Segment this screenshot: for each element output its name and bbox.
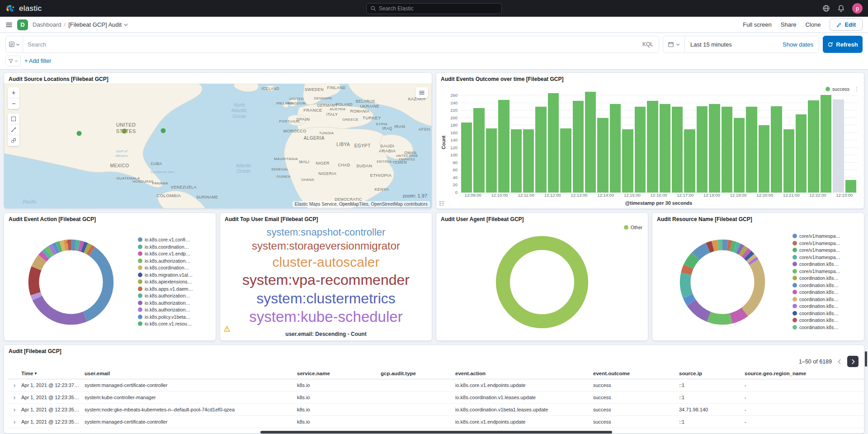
histogram-bar[interactable]	[722, 107, 732, 193]
user-agent-donut[interactable]	[492, 232, 592, 332]
histogram-bar[interactable]	[697, 106, 708, 193]
saved-query-menu-button[interactable]	[6, 36, 23, 52]
user-avatar[interactable]: p	[852, 3, 863, 14]
column-header[interactable]: service.name	[297, 371, 381, 376]
column-header[interactable]: event.outcome	[593, 371, 679, 376]
histogram-bar[interactable]	[783, 129, 794, 193]
search-input[interactable]	[23, 41, 637, 48]
table-row[interactable]: ›Apr 1, 2021 @ 12:23:35.486system:manage…	[8, 416, 864, 428]
histogram-bar[interactable]	[560, 128, 571, 193]
histogram-bar[interactable]	[734, 118, 745, 193]
expand-row-icon[interactable]: ›	[8, 418, 21, 425]
legend-item[interactable]: io.k8s.migration.v1al…	[138, 272, 211, 278]
global-search[interactable]	[366, 3, 502, 14]
map-zoom-out-button[interactable]: −	[8, 98, 19, 109]
legend-item[interactable]: coordination.k8s…	[793, 311, 859, 316]
map-draw-button[interactable]	[8, 124, 19, 135]
histogram-bar[interactable]	[535, 107, 546, 193]
legend-item[interactable]: io.k8s.coordination…	[138, 265, 211, 270]
edit-button[interactable]: Edit	[830, 19, 863, 31]
legend-item[interactable]: io.k8s.apiextensions…	[138, 279, 211, 284]
legend-item[interactable]: coordination.k8s…	[793, 289, 859, 295]
histogram-bar[interactable]	[585, 92, 596, 193]
histogram-bar[interactable]	[796, 114, 807, 193]
legend-item[interactable]: Other	[624, 225, 642, 230]
table-row[interactable]: ›Apr 1, 2021 @ 12:23:37.494system:manage…	[8, 379, 864, 392]
map-marker[interactable]	[76, 131, 81, 136]
add-filter-button[interactable]: + Add filter	[24, 58, 51, 64]
tagcloud-word[interactable]: system:kube-scheduler	[249, 309, 402, 326]
column-header[interactable]: user.email	[85, 371, 297, 376]
map-marker[interactable]	[160, 128, 165, 133]
legend-item[interactable]: core/v1/namespa…	[793, 233, 859, 239]
histogram-bar[interactable]	[461, 123, 472, 193]
map-legend-toggle[interactable]	[415, 87, 428, 98]
help-globe-icon[interactable]	[822, 5, 830, 12]
column-header[interactable]: source.geo.region_name	[745, 371, 864, 376]
tagcloud-word[interactable]: system:snapshot-controller	[267, 227, 386, 238]
histogram-bar[interactable]	[597, 118, 608, 193]
kql-selector[interactable]: KQL	[637, 41, 659, 47]
column-header[interactable]: Time▾	[21, 371, 85, 376]
expand-row-icon[interactable]: ›	[8, 382, 21, 389]
breadcrumb-dashboard-link[interactable]: Dashboard	[33, 21, 61, 28]
event-action-donut[interactable]	[24, 236, 118, 329]
histogram-bar-partial[interactable]	[833, 99, 844, 193]
histogram-bar[interactable]	[486, 128, 497, 193]
space-badge[interactable]: D	[17, 19, 28, 30]
histogram-bar[interactable]	[660, 104, 670, 193]
histogram-bar[interactable]	[709, 104, 720, 193]
horizontal-scrollbar[interactable]	[260, 431, 612, 434]
time-range-value[interactable]: Last 15 minutes	[685, 41, 777, 48]
map-marker[interactable]	[122, 129, 127, 134]
histogram-bar[interactable]	[808, 100, 819, 193]
legend-item[interactable]: core/v1/namespa…	[793, 269, 859, 274]
histogram-bar[interactable]	[647, 101, 658, 193]
legend-item[interactable]: io.k8s.authorization…	[138, 293, 211, 298]
histogram-bar[interactable]	[821, 95, 831, 193]
histogram-bar[interactable]	[672, 107, 683, 193]
table-row[interactable]: ›Apr 1, 2021 @ 12:23:35.855system:kube-c…	[8, 392, 864, 404]
map-shape-tools-button[interactable]	[8, 135, 19, 146]
legend-item[interactable]: core/v1/namespa…	[793, 247, 859, 253]
show-dates-button[interactable]: Show dates	[777, 41, 819, 48]
histogram-bar[interactable]	[610, 104, 621, 193]
legend-item[interactable]: core/v1/namespa…	[793, 255, 859, 260]
histogram-bar[interactable]	[548, 93, 559, 193]
table-row[interactable]: ›Apr 1, 2021 @ 12:23:35.500system:node:g…	[8, 404, 864, 416]
column-header[interactable]: event.action	[455, 371, 593, 376]
legend-toggle-button[interactable]	[439, 200, 445, 206]
pagination-next-button[interactable]	[847, 356, 859, 367]
legend-item[interactable]: coordination.k8s…	[793, 317, 859, 323]
map-zoom-in-button[interactable]: +	[8, 87, 19, 98]
share-button[interactable]: Share	[781, 21, 797, 28]
legend-item[interactable]: coordination.k8s…	[793, 303, 859, 309]
histogram-bar[interactable]	[684, 129, 695, 193]
histogram-bar[interactable]	[511, 129, 522, 193]
alerts-bell-icon[interactable]	[837, 5, 845, 12]
histogram-bar[interactable]	[759, 125, 769, 193]
global-search-input[interactable]	[379, 5, 498, 12]
refresh-button[interactable]: Refresh	[823, 36, 863, 53]
column-header[interactable]: gcp.audit.type	[381, 371, 455, 376]
histogram-bar[interactable]	[635, 107, 646, 193]
legend-item[interactable]: coordination.k8s…	[793, 325, 859, 330]
legend-item[interactable]: success	[826, 86, 849, 92]
expand-row-icon[interactable]: ›	[8, 394, 21, 401]
resource-name-donut[interactable]	[676, 236, 769, 329]
menu-hamburger-icon[interactable]	[5, 21, 13, 28]
donut-segment[interactable]	[503, 243, 581, 321]
histogram-bar[interactable]	[845, 180, 856, 193]
map-box-select-button[interactable]	[8, 113, 19, 124]
tagcloud-word[interactable]: cluster-autoscaler	[273, 255, 380, 270]
histogram-bar[interactable]	[473, 108, 484, 193]
expand-row-icon[interactable]: ›	[8, 406, 21, 413]
legend-item[interactable]: coordination.k8s…	[793, 283, 859, 288]
legend-item[interactable]: io.k8s.authorization…	[138, 300, 211, 306]
legend-item[interactable]: io.k8s.apps.v1.daem…	[138, 286, 211, 292]
vertical-scrollbar[interactable]	[865, 351, 867, 367]
tagcloud-word[interactable]: system:storageversionmigrator	[252, 240, 400, 252]
histogram-bar[interactable]	[523, 129, 534, 193]
legend-item[interactable]: core/v1/namespa…	[793, 241, 859, 246]
legend-item[interactable]: io.k8s.core.v1.resou…	[138, 321, 211, 326]
